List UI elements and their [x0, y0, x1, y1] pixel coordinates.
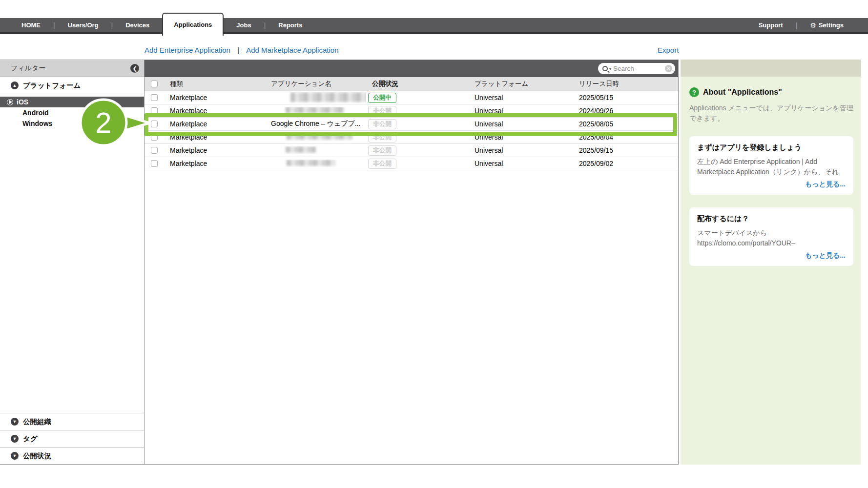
- selected-radio-icon: [7, 99, 13, 105]
- table-row[interactable]: Marketplace 非公開 Universal 2025/09/02: [145, 157, 678, 170]
- row-checkbox[interactable]: [151, 160, 158, 167]
- see-more-link[interactable]: もっと見る...: [697, 251, 846, 260]
- cell-released: 2025/09/15: [573, 146, 678, 154]
- platform-label: iOS: [17, 98, 28, 106]
- nav-item-applications-active[interactable]: Applications: [162, 13, 224, 36]
- filter-group-publish-status[interactable]: ▼ 公開状況: [0, 447, 144, 464]
- cell-type: Marketplace: [164, 160, 265, 167]
- cell-type: Marketplace: [164, 94, 265, 102]
- cell-type: Marketplace: [164, 120, 265, 128]
- help-card-title: 配布するには？: [697, 214, 846, 224]
- nav-tabs: HOME | Users/Org | Devices Applications …: [0, 18, 315, 32]
- table-toolbar: ▾ Search ✕: [145, 60, 678, 77]
- search-input[interactable]: ▾ Search ✕: [598, 63, 675, 74]
- redacted-app-name: [287, 133, 352, 140]
- top-navbar: HOME | Users/Org | Devices Applications …: [0, 18, 868, 34]
- link-separator: |: [237, 46, 239, 54]
- cell-type: Marketplace: [164, 133, 265, 141]
- table-row[interactable]: Marketplace 非公開 Universal 2025/09/15: [145, 144, 678, 157]
- add-enterprise-application-link[interactable]: Add Enterprise Application: [145, 46, 230, 54]
- status-badge: 非公開: [368, 106, 396, 116]
- table-row[interactable]: Marketplace 非公開 Universal 2025/08/04: [145, 131, 678, 144]
- help-card-register: まずはアプリを登録しましょう 左上の Add Enterprise Applic…: [689, 136, 853, 195]
- nav-item-users-org[interactable]: Users/Org: [55, 18, 111, 32]
- search-clear-icon[interactable]: ✕: [665, 65, 672, 72]
- status-badge: 非公開: [368, 159, 396, 169]
- add-marketplace-application-link[interactable]: Add Marketplace Application: [246, 46, 338, 54]
- platform-label: Android: [22, 109, 49, 117]
- nav-item-jobs[interactable]: Jobs: [224, 18, 264, 32]
- column-header-type[interactable]: 種類: [164, 80, 265, 88]
- search-placeholder: Search: [613, 65, 665, 72]
- filter-header: フィルター ❮: [0, 60, 144, 77]
- app-action-links: Add Enterprise Application | Add Marketp…: [145, 46, 338, 54]
- see-more-link[interactable]: もっと見る...: [697, 180, 846, 189]
- settings-label: Settings: [819, 21, 844, 29]
- nav-item-devices[interactable]: Devices: [113, 18, 162, 32]
- cell-status: 非公開: [366, 132, 469, 142]
- select-all-checkbox[interactable]: [151, 81, 158, 87]
- cell-status: 公開中: [366, 93, 469, 103]
- status-badge: 非公開: [368, 145, 396, 156]
- cell-status: 非公開: [366, 106, 469, 116]
- redacted-app-name: [286, 107, 344, 113]
- cell-platform: Universal: [469, 133, 573, 141]
- cell-platform: Universal: [469, 146, 573, 154]
- cell-status: 非公開: [366, 145, 469, 156]
- cell-released: 2025/08/05: [573, 120, 678, 128]
- chevron-up-icon: ▲: [11, 81, 19, 89]
- nav-item-home[interactable]: HOME: [9, 18, 53, 32]
- cell-name-redacted: [265, 92, 366, 103]
- help-question-icon: ?: [689, 87, 699, 97]
- cell-platform: Universal: [469, 107, 573, 115]
- cell-type: Marketplace: [164, 107, 265, 115]
- cell-released: 2024/09/26: [573, 107, 678, 115]
- column-header-released[interactable]: リリース日時: [573, 80, 678, 88]
- filter-title: フィルター: [11, 64, 130, 73]
- table-row[interactable]: Marketplace 非公開 Universal 2024/09/26: [145, 104, 678, 118]
- step-number: 2: [95, 106, 111, 139]
- nav-item-settings[interactable]: ⚙ Settings: [797, 18, 856, 32]
- cell-name-redacted: [265, 146, 366, 154]
- help-card-title: まずはアプリを登録しましょう: [697, 143, 846, 152]
- sidebar-spacer: [0, 129, 144, 413]
- help-card-body: 左上の Add Enterprise Application | Add Mar…: [697, 157, 846, 177]
- filter-group-published-org[interactable]: ▼ 公開組織: [0, 413, 144, 430]
- column-header-name[interactable]: アプリケーション名: [265, 80, 366, 88]
- filter-group-label: タグ: [23, 434, 38, 444]
- table-header-row: 種類 アプリケーション名 公開状況 プラットフォーム リリース日時: [145, 77, 678, 91]
- cell-name-redacted: [265, 160, 366, 167]
- filter-group-label: プラットフォーム: [23, 81, 81, 90]
- nav-item-support[interactable]: Support: [746, 18, 796, 32]
- help-panel-top-band: [681, 60, 861, 77]
- help-card-distribute: 配布するには？ スマートデバイスから https://clomo.com/por…: [689, 207, 853, 266]
- cell-released: 2025/08/04: [573, 133, 678, 141]
- cell-platform: Universal: [469, 120, 573, 128]
- chevron-down-icon: ▼: [11, 418, 19, 426]
- cell-platform: Universal: [469, 160, 573, 167]
- redacted-app-name: [287, 160, 335, 166]
- search-icon: [602, 66, 608, 71]
- table-row-highlighted[interactable]: Marketplace Google Chrome – ウェブブ... 非公開 …: [145, 118, 678, 131]
- export-link[interactable]: Export: [658, 46, 679, 54]
- nav-item-reports[interactable]: Reports: [266, 18, 315, 32]
- search-scope-caret-icon[interactable]: ▾: [609, 67, 611, 71]
- column-header-status[interactable]: 公開状況: [366, 80, 469, 88]
- table-row[interactable]: Marketplace 公開中 Universal 2025/05/15: [145, 91, 678, 104]
- applications-table: ▾ Search ✕ 種類 アプリケーション名 公開状況 プラットフォーム リリ…: [145, 60, 679, 465]
- help-panel: ? About "Applications" Applications メニュー…: [681, 60, 861, 465]
- cell-released: 2025/09/02: [573, 160, 678, 167]
- platform-label: Windows: [22, 120, 52, 127]
- cell-name-redacted: [265, 133, 366, 141]
- filter-group-tag[interactable]: ▼ タグ: [0, 430, 144, 447]
- cell-status: 非公開: [366, 159, 469, 169]
- help-intro-text: Applications メニューでは、アプリケーションを管理できます。: [689, 103, 853, 123]
- help-title: About "Applications": [703, 88, 782, 97]
- cell-type: Marketplace: [164, 146, 265, 154]
- cell-name-redacted: [265, 107, 366, 115]
- filter-group-label: 公開状況: [23, 451, 51, 461]
- redacted-app-name: [286, 146, 316, 153]
- column-header-platform[interactable]: プラットフォーム: [469, 80, 573, 88]
- sidebar-collapse-button[interactable]: ❮: [130, 64, 139, 73]
- cell-released: 2025/05/15: [573, 94, 678, 102]
